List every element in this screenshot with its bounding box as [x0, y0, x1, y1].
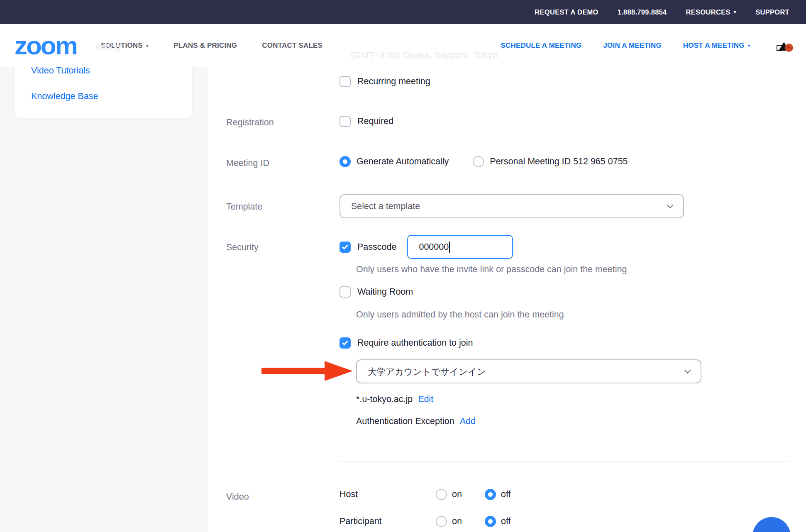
passcode-input[interactable]: 000000	[407, 235, 513, 259]
host-video-off-radio[interactable]	[485, 489, 496, 500]
passcode-value: 000000	[419, 242, 449, 252]
passcode-helper-text: Only users who have the invite link or p…	[356, 264, 627, 275]
template-select-value: Select a template	[351, 201, 668, 212]
host-video-on-radio[interactable]	[436, 489, 447, 500]
nav-plans-pricing[interactable]: PLANS & PRICING	[173, 41, 237, 50]
require-auth-row: Require authentication to join	[339, 337, 473, 349]
zoom-logo[interactable]: zoom	[15, 34, 77, 57]
chevron-down-icon	[667, 202, 674, 208]
support-link[interactable]: SUPPORT	[755, 8, 789, 16]
participant-video-on-radio[interactable]	[436, 516, 447, 527]
require-auth-label: Require authentication to join	[357, 338, 473, 348]
security-section-label: Security	[226, 242, 259, 253]
solutions-label: SOLUTIONS	[101, 41, 143, 50]
recurring-meeting-row: Recurring meeting	[339, 76, 430, 87]
chevron-down-icon	[684, 367, 691, 373]
video-host-row: Host on off	[339, 489, 510, 500]
host-video-on-label: on	[452, 489, 462, 500]
resources-label: RESOURCES	[686, 8, 730, 16]
chevron-down-icon: ▾	[748, 43, 750, 48]
require-auth-checkbox[interactable]	[339, 337, 351, 349]
auth-domain-row: *.u-tokyo.ac.jp Edit	[356, 394, 433, 405]
participant-video-off-label: off	[501, 516, 511, 527]
nav-join-meeting[interactable]: JOIN A MEETING	[603, 41, 661, 50]
recurring-meeting-label: Recurring meeting	[357, 76, 430, 87]
registration-required-label: Required	[357, 116, 393, 127]
video-section-label: Video	[226, 492, 249, 502]
meeting-id-options-row: Generate Automatically Personal Meeting …	[339, 156, 628, 167]
meeting-id-auto-label: Generate Automatically	[357, 156, 449, 167]
nav-schedule-meeting[interactable]: SCHEDULE A MEETING	[501, 41, 581, 50]
meeting-id-auto-radio[interactable]	[339, 156, 351, 167]
participant-video-on-label: on	[452, 516, 462, 527]
recurring-meeting-checkbox[interactable]	[339, 76, 351, 87]
check-icon	[342, 244, 348, 249]
auth-domain-value: *.u-tokyo.ac.jp	[356, 394, 413, 405]
nav-solutions[interactable]: SOLUTIONS ▾	[101, 41, 149, 50]
sidebar-link-knowledge-base[interactable]: Knowledge Base	[31, 91, 98, 102]
host-meeting-label: HOST A MEETING	[683, 41, 745, 50]
passcode-checkbox[interactable]	[339, 242, 351, 253]
registration-required-checkbox[interactable]	[339, 116, 351, 127]
check-icon	[342, 339, 348, 345]
main-nav: SOLUTIONS ▾ PLANS & PRICING CONTACT SALE…	[101, 41, 322, 50]
registration-section-label: Registration	[226, 117, 274, 128]
auth-exception-add-link[interactable]: Add	[460, 416, 476, 427]
passcode-row: Passcode 000000	[339, 235, 513, 259]
sidebar-background	[0, 67, 208, 532]
template-select[interactable]: Select a template	[339, 194, 684, 218]
nav-contact-sales[interactable]: CONTACT SALES	[262, 41, 322, 50]
red-arrow-annotation	[261, 361, 353, 381]
meeting-id-personal-label: Personal Meeting ID 512 965 0755	[490, 156, 628, 167]
waiting-room-label: Waiting Room	[357, 287, 413, 297]
top-utility-bar: REQUEST A DEMO 1.888.799.8854 RESOURCES …	[0, 0, 806, 24]
main-header: zoom SOLUTIONS ▾ PLANS & PRICING CONTACT…	[0, 24, 806, 67]
profile-avatar[interactable]	[774, 39, 794, 52]
video-participant-row: Participant on off	[339, 516, 510, 527]
nav-host-meeting[interactable]: HOST A MEETING ▾	[683, 41, 750, 50]
video-host-label: Host	[339, 489, 436, 500]
auth-method-value: 大学アカウントでサインイン	[368, 366, 685, 378]
passcode-label: Passcode	[357, 242, 396, 252]
meeting-nav: SCHEDULE A MEETING JOIN A MEETING HOST A…	[501, 39, 806, 52]
auth-exception-row: Authentication Exception Add	[356, 416, 476, 427]
page: Video Tutorials Knowledge Base REQUEST A…	[0, 0, 806, 532]
waiting-room-helper-text: Only users admitted by the host can join…	[356, 310, 564, 320]
section-divider	[339, 461, 790, 462]
participant-video-off-radio[interactable]	[485, 516, 496, 527]
template-section-label: Template	[226, 202, 262, 212]
text-cursor	[449, 242, 450, 253]
meeting-id-section-label: Meeting ID	[226, 158, 269, 168]
meeting-id-personal-radio[interactable]	[473, 156, 484, 167]
auth-exception-label: Authentication Exception	[356, 416, 454, 427]
auth-domain-edit-link[interactable]: Edit	[418, 394, 433, 405]
auth-method-select[interactable]: 大学アカウントでサインイン	[356, 359, 701, 383]
host-video-off-label: off	[501, 489, 511, 500]
waiting-room-row: Waiting Room	[339, 286, 413, 298]
waiting-room-checkbox[interactable]	[339, 286, 351, 298]
registration-required-row: Required	[339, 116, 393, 127]
help-fab-button[interactable]	[752, 517, 791, 532]
resources-menu[interactable]: RESOURCES ▾	[686, 8, 737, 16]
phone-number[interactable]: 1.888.799.8854	[618, 8, 667, 16]
chevron-down-icon: ▾	[734, 10, 736, 15]
video-participant-label: Participant	[339, 516, 436, 527]
chevron-down-icon: ▾	[146, 43, 149, 48]
request-demo-link[interactable]: REQUEST A DEMO	[535, 8, 598, 16]
